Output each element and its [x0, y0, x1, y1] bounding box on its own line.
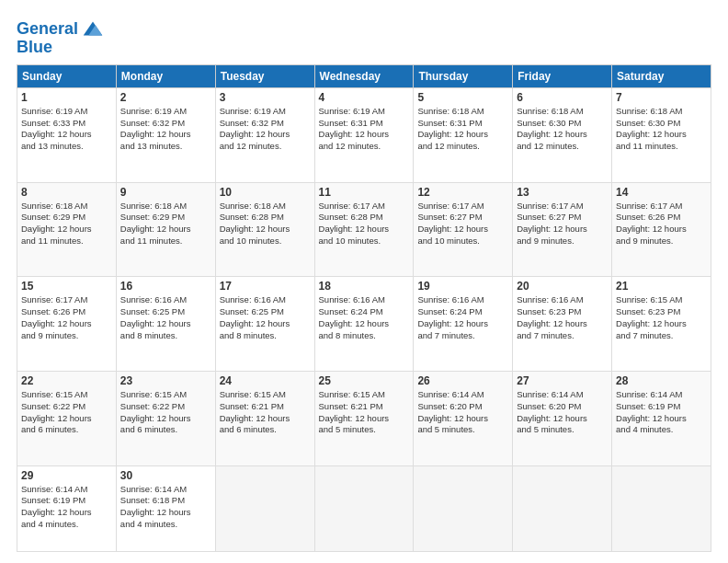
calendar-day-cell: 27Sunrise: 6:14 AMSunset: 6:20 PMDayligh…: [513, 371, 612, 465]
day-info-line: Sunrise: 6:14 AM: [616, 389, 707, 401]
day-info-line: Sunset: 6:29 PM: [120, 212, 211, 224]
day-number: 14: [616, 186, 707, 199]
day-info-line: Daylight: 12 hours: [220, 318, 311, 330]
day-info-line: Sunrise: 6:18 AM: [417, 106, 508, 118]
day-info-line: Sunset: 6:30 PM: [616, 118, 707, 130]
day-number: 4: [319, 91, 410, 104]
day-info-line: Sunset: 6:22 PM: [120, 401, 211, 413]
day-info-line: Sunrise: 6:19 AM: [120, 106, 211, 118]
day-info-line: Sunrise: 6:18 AM: [120, 201, 211, 213]
day-info-line: Daylight: 12 hours: [517, 129, 608, 141]
calendar-header-row: SundayMondayTuesdayWednesdayThursdayFrid…: [17, 64, 711, 87]
day-info-line: Sunrise: 6:16 AM: [319, 294, 410, 306]
calendar-day-cell: 15Sunrise: 6:17 AMSunset: 6:26 PMDayligh…: [17, 277, 117, 372]
day-info-line: Daylight: 12 hours: [220, 129, 311, 141]
day-info-line: Sunset: 6:21 PM: [220, 401, 311, 413]
calendar-day-cell: 1Sunrise: 6:19 AMSunset: 6:33 PMDaylight…: [17, 87, 117, 182]
day-info-line: and 5 minutes.: [319, 424, 410, 436]
day-info-line: and 11 minutes.: [120, 236, 211, 247]
day-info-line: and 6 minutes.: [120, 424, 211, 436]
day-info-line: Sunset: 6:33 PM: [21, 118, 112, 130]
day-info-line: Sunset: 6:27 PM: [417, 212, 508, 224]
day-info-line: Daylight: 12 hours: [120, 224, 211, 236]
day-number: 13: [517, 186, 608, 199]
day-info-line: Daylight: 12 hours: [517, 318, 608, 330]
day-number: 28: [616, 374, 707, 387]
day-number: 11: [319, 186, 410, 199]
day-number: 12: [417, 186, 508, 199]
calendar-day-header: Wednesday: [314, 64, 414, 87]
day-info-line: Sunset: 6:27 PM: [517, 212, 608, 224]
day-number: 6: [517, 91, 608, 104]
day-info-line: Sunset: 6:26 PM: [21, 306, 112, 318]
day-info-line: Daylight: 12 hours: [319, 224, 410, 236]
calendar-day-cell: [414, 465, 513, 551]
day-info-line: Sunset: 6:28 PM: [220, 212, 311, 224]
day-info-line: Daylight: 12 hours: [21, 224, 112, 236]
page: General Blue SundayMondayTuesdayWednesda…: [0, 0, 728, 563]
day-info-line: Sunset: 6:19 PM: [616, 401, 707, 413]
day-info-line: Daylight: 12 hours: [21, 413, 112, 425]
day-info-line: and 8 minutes.: [220, 330, 311, 342]
calendar-day-cell: 10Sunrise: 6:18 AMSunset: 6:28 PMDayligh…: [215, 182, 314, 277]
calendar-day-cell: 5Sunrise: 6:18 AMSunset: 6:31 PMDaylight…: [414, 87, 513, 182]
day-info-line: Sunrise: 6:15 AM: [220, 389, 311, 401]
logo-text-line2: Blue: [17, 39, 52, 57]
header: General Blue: [17, 17, 711, 57]
calendar-day-cell: 11Sunrise: 6:17 AMSunset: 6:28 PMDayligh…: [314, 182, 414, 277]
day-number: 19: [417, 280, 508, 293]
calendar-day-cell: [215, 465, 314, 551]
day-number: 15: [21, 280, 112, 293]
day-info-line: and 11 minutes.: [616, 141, 707, 153]
day-info-line: Daylight: 12 hours: [21, 507, 112, 519]
calendar-day-cell: 24Sunrise: 6:15 AMSunset: 6:21 PMDayligh…: [215, 371, 314, 465]
day-info-line: Sunset: 6:23 PM: [517, 306, 608, 318]
day-info-line: Daylight: 12 hours: [120, 129, 211, 141]
day-info-line: and 10 minutes.: [417, 236, 508, 247]
calendar-day-header: Sunday: [17, 64, 117, 87]
day-info-line: Daylight: 12 hours: [517, 413, 608, 425]
day-info-line: Daylight: 12 hours: [319, 129, 410, 141]
day-info-line: Daylight: 12 hours: [417, 224, 508, 236]
day-info-line: Sunset: 6:19 PM: [21, 495, 112, 507]
calendar-day-cell: 19Sunrise: 6:16 AMSunset: 6:24 PMDayligh…: [414, 277, 513, 372]
day-number: 8: [21, 186, 112, 199]
day-info-line: Daylight: 12 hours: [319, 318, 410, 330]
day-info-line: and 11 minutes.: [21, 236, 112, 247]
day-info-line: Sunrise: 6:17 AM: [417, 201, 508, 213]
day-info-line: and 12 minutes.: [517, 141, 608, 153]
day-info-line: and 13 minutes.: [120, 141, 211, 153]
day-info-line: and 4 minutes.: [616, 424, 707, 436]
day-info-line: Sunrise: 6:16 AM: [517, 294, 608, 306]
day-info-line: Daylight: 12 hours: [616, 413, 707, 425]
day-number: 25: [319, 374, 410, 387]
day-info-line: Sunrise: 6:18 AM: [517, 106, 608, 118]
day-info-line: Sunrise: 6:14 AM: [517, 389, 608, 401]
calendar-week-row: 8Sunrise: 6:18 AMSunset: 6:29 PMDaylight…: [17, 182, 711, 277]
day-info-line: Sunrise: 6:19 AM: [21, 106, 112, 118]
day-info-line: Sunrise: 6:18 AM: [220, 201, 311, 213]
day-info-line: Sunrise: 6:17 AM: [517, 201, 608, 213]
calendar-day-cell: 2Sunrise: 6:19 AMSunset: 6:32 PMDaylight…: [116, 87, 215, 182]
calendar-day-cell: 23Sunrise: 6:15 AMSunset: 6:22 PMDayligh…: [116, 371, 215, 465]
calendar-day-cell: 4Sunrise: 6:19 AMSunset: 6:31 PMDaylight…: [314, 87, 414, 182]
calendar-day-cell: 25Sunrise: 6:15 AMSunset: 6:21 PMDayligh…: [314, 371, 414, 465]
calendar-day-cell: 29Sunrise: 6:14 AMSunset: 6:19 PMDayligh…: [17, 465, 117, 551]
day-number: 29: [21, 469, 112, 482]
calendar-day-cell: 8Sunrise: 6:18 AMSunset: 6:29 PMDaylight…: [17, 182, 117, 277]
day-info-line: and 13 minutes.: [21, 141, 112, 153]
day-info-line: Sunrise: 6:19 AM: [220, 106, 311, 118]
calendar-day-cell: 28Sunrise: 6:14 AMSunset: 6:19 PMDayligh…: [612, 371, 711, 465]
calendar-day-cell: 14Sunrise: 6:17 AMSunset: 6:26 PMDayligh…: [612, 182, 711, 277]
day-info-line: Daylight: 12 hours: [319, 413, 410, 425]
day-info-line: Sunrise: 6:14 AM: [21, 484, 112, 496]
day-info-line: Sunset: 6:21 PM: [319, 401, 410, 413]
day-info-line: Sunrise: 6:15 AM: [120, 389, 211, 401]
day-info-line: Sunrise: 6:17 AM: [21, 294, 112, 306]
day-number: 18: [319, 280, 410, 293]
day-info-line: Daylight: 12 hours: [616, 318, 707, 330]
day-info-line: Sunset: 6:28 PM: [319, 212, 410, 224]
calendar-day-cell: 22Sunrise: 6:15 AMSunset: 6:22 PMDayligh…: [17, 371, 117, 465]
calendar-day-cell: 16Sunrise: 6:16 AMSunset: 6:25 PMDayligh…: [116, 277, 215, 372]
day-info-line: Sunset: 6:30 PM: [517, 118, 608, 130]
